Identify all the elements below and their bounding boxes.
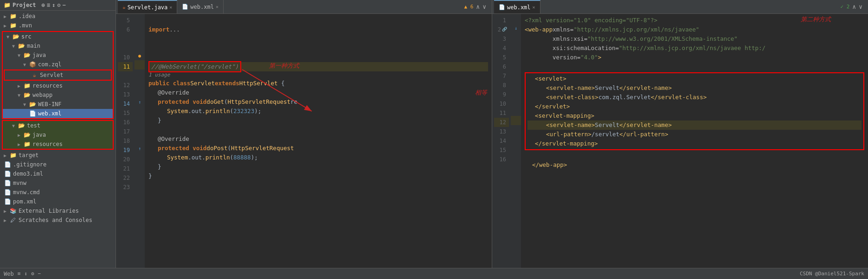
- collapse-arrow: ▶: [4, 209, 9, 214]
- bottom-icon-4[interactable]: −: [38, 271, 41, 277]
- collapse-arrow: ▼: [23, 102, 29, 107]
- code-line-r4: xsi:schemaLocation="http://xmlns.jcp.org…: [525, 44, 864, 53]
- nav-down-button[interactable]: ∨: [482, 3, 486, 10]
- left-gutter: ● ↑ ↑: [135, 14, 145, 268]
- tab-label: Servlet.java: [128, 4, 168, 11]
- folder-icon: 📁: [23, 140, 31, 148]
- tree-item-test-resources[interactable]: ▶ 📁 resources: [3, 140, 113, 149]
- tab-close-button[interactable]: ✕: [533, 5, 535, 10]
- tree-label: java: [32, 52, 46, 58]
- tab-close-button[interactable]: ✕: [216, 4, 219, 9]
- collapse-arrow: ▶: [4, 23, 9, 28]
- java-file-icon: ☕: [31, 71, 38, 79]
- tab-close-button[interactable]: ✕: [169, 5, 172, 10]
- callout-equal: 相等: [475, 88, 487, 97]
- maven-icon: 📄: [4, 198, 11, 205]
- tree-item-webapp[interactable]: ▼ 📂 webapp: [3, 90, 113, 100]
- tree-label: src: [21, 33, 32, 40]
- tab-webxml-right[interactable]: 📄 web.xml ✕: [494, 0, 540, 13]
- tree-item-webxml[interactable]: 📄 web.xml: [3, 109, 113, 118]
- tree-item-mvnwcmd[interactable]: 📄 mvnw.cmd: [0, 188, 116, 197]
- sidebar-icon-1[interactable]: ⊕: [42, 2, 45, 8]
- tree-item-extlibs[interactable]: ▶ 📚 External Libraries: [0, 206, 116, 216]
- folder-icon: 📁: [23, 82, 31, 89]
- bottom-icon-1[interactable]: ≡: [18, 271, 21, 277]
- tree-item-pomxml[interactable]: 📄 pom.xml: [0, 197, 116, 206]
- code-line-r12: <servlet-name>Servelt</servlet-name>: [527, 120, 862, 130]
- bottom-bar: Web ≡ ↕ ⚙ − CSDN @Daniel521-Spark: [0, 268, 868, 279]
- tree-label: web.xml: [38, 110, 62, 117]
- code-line-12: public class Servlet extends HttpServlet…: [148, 79, 488, 88]
- tree-item-scratches[interactable]: ▶ 🖊 Scratches and Consoles: [0, 216, 116, 225]
- right-editor-status: ✓ 2 ∧ ∨: [840, 3, 866, 10]
- library-icon: 📚: [9, 207, 17, 215]
- file-icon: 📄: [4, 189, 11, 196]
- editor-status-bar: ▲ 6 ∧ ∨: [464, 3, 490, 10]
- tree-item-java[interactable]: ▼ 📂 java: [3, 51, 113, 60]
- collapse-arrow: ▼: [12, 44, 18, 49]
- collapse-arrow: ▶: [4, 218, 9, 223]
- collapse-arrow: ▼: [18, 93, 23, 98]
- bottom-icon-3[interactable]: ⚙: [31, 271, 34, 277]
- tree-label: resources: [32, 82, 63, 89]
- tree-item-test-java[interactable]: ▶ 📂 java: [3, 130, 113, 140]
- tree-label: mvnw: [13, 180, 26, 186]
- left-code-area[interactable]: import ... //@WebServlet("/servlet") 第一种…: [145, 14, 492, 268]
- nav-down-button[interactable]: ∨: [859, 3, 862, 10]
- tree-item-main[interactable]: ▼ 📂 main: [3, 41, 113, 51]
- tree-item-comzql[interactable]: ▼ 📦 com.zql: [3, 60, 113, 69]
- servlet-config-box: <servlet> <servlet-name>Servelt</servlet…: [525, 72, 864, 150]
- tree-item-test[interactable]: ▼ 📂 test: [3, 121, 113, 130]
- code-line-16: }: [148, 116, 488, 125]
- tree-item-mvn[interactable]: ▶ 📁 .mvn: [0, 21, 116, 30]
- code-line-22: }: [148, 171, 488, 181]
- collapse-arrow: ▼: [6, 34, 12, 39]
- sidebar-icon-3[interactable]: ↕: [52, 2, 55, 8]
- tree-label: .gitignore: [13, 161, 46, 168]
- sidebar: 📁 Project ⊕ ≡ ↕ ⚙ − ▶ 📁 .idea ▶ 📁 .mvn: [0, 0, 116, 268]
- test-annotation-box: ▼ 📂 test ▶ 📂 java ▶ 📁 resources: [2, 120, 114, 150]
- code-line-r5: version="4.0">: [525, 53, 864, 62]
- tree-item-webinf[interactable]: ▼ 📂 WEB-INF: [3, 100, 113, 109]
- code-line-17: [148, 125, 488, 134]
- left-editor-body: 5 6 10 11 12 13 14 15 16 17 18 19 20: [116, 14, 492, 268]
- folder-icon: 📁: [9, 22, 17, 29]
- nav-up-button[interactable]: ∧: [476, 3, 480, 10]
- tree-item-demo3iml[interactable]: 📄 demo3.iml: [0, 169, 116, 178]
- sidebar-icon-2[interactable]: ≡: [47, 2, 50, 8]
- tree-item-resources[interactable]: ▶ 📁 resources: [3, 81, 113, 90]
- right-editor: 📄 web.xml ✕ ✓ 2 ∧ ∨ 1 2 🔗 3 4 5: [492, 0, 868, 268]
- tree-item-idea[interactable]: ▶ 📁 .idea: [0, 12, 116, 21]
- tree-item-src[interactable]: ▼ 📂 src: [3, 32, 113, 41]
- code-line-20: System.out.println(88888);: [148, 153, 488, 162]
- nav-up-button[interactable]: ∧: [852, 3, 856, 10]
- right-code-area[interactable]: 第二种方式 <?xml version="1.0" encoding="UTF-…: [521, 14, 868, 268]
- folder-icon: 📂: [23, 91, 31, 99]
- tree-item-target[interactable]: ▶ 📁 target: [0, 151, 116, 160]
- bottom-icon-2[interactable]: ↕: [24, 271, 27, 277]
- right-gutter: ↓: [511, 14, 521, 268]
- collapse-arrow: ▼: [12, 123, 18, 128]
- tree-label: resources: [32, 141, 63, 147]
- tree-item-mvnw[interactable]: 📄 mvnw: [0, 178, 116, 188]
- tab-webxml-left[interactable]: 📄 web.xml ✕: [177, 0, 224, 13]
- code-line-r8: <servlet-name>Servelt</servlet-name>: [527, 83, 862, 93]
- code-line: [148, 34, 488, 44]
- folder-icon: 📁: [4, 2, 11, 8]
- code-line: [148, 16, 488, 25]
- collapse-arrow: ▶: [4, 14, 9, 19]
- tab-label: web.xml: [507, 4, 531, 11]
- java-folder-icon: 📂: [23, 51, 31, 59]
- code-line-14: protected void doGet(HttpServletRequest …: [148, 97, 488, 107]
- sidebar-icon-5[interactable]: −: [63, 2, 66, 8]
- tree-item-gitignore[interactable]: 📄 .gitignore: [0, 160, 116, 169]
- left-tabs-bar: ☕ Servlet.java ✕ 📄 web.xml ✕ ▲ 6 ∧ ∨: [116, 0, 492, 14]
- tree-label: webapp: [32, 92, 52, 98]
- tree-item-servlet[interactable]: ☕ Servlet: [4, 70, 112, 81]
- code-line-19: protected void doPost(HttpServletRequest: [148, 144, 488, 153]
- ok-indicator: ✓ 2: [840, 4, 849, 10]
- tree-label: test: [27, 122, 40, 129]
- code-line-r7: <servlet>: [527, 74, 862, 83]
- tab-servlet-java[interactable]: ☕ Servlet.java ✕: [118, 0, 177, 13]
- sidebar-icon-4[interactable]: ⚙: [57, 2, 60, 8]
